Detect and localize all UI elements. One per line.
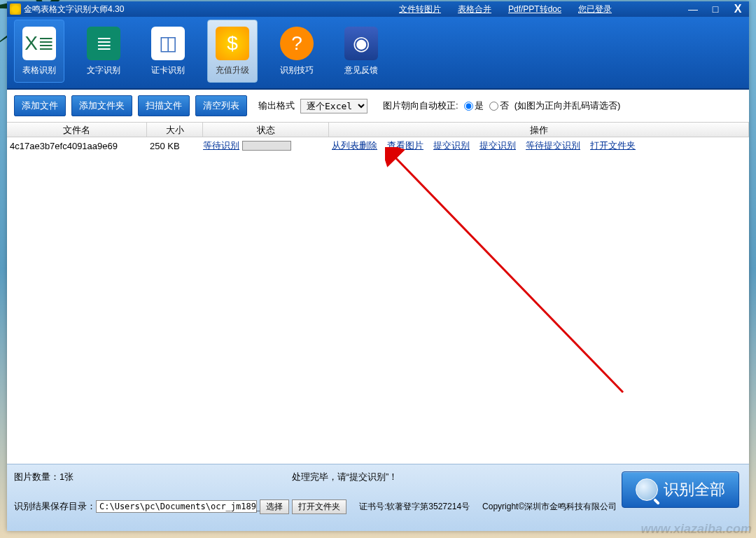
- col-size[interactable]: 大小: [147, 123, 203, 137]
- text-icon: ≣: [87, 27, 120, 60]
- minimize-button[interactable]: —: [682, 1, 704, 17]
- bottom-bar: 图片数量：1张 处理完毕，请“提交识别”！ 识别结果保存目录： C:\Users…: [7, 464, 749, 531]
- app-icon: [10, 4, 21, 15]
- output-format-label: 输出格式: [258, 99, 295, 112]
- image-count: 图片数量：1张: [14, 471, 74, 483]
- cell-filename: 4c17ae3b7efc4091aa9e69: [7, 141, 147, 151]
- col-ops[interactable]: 操作: [329, 123, 749, 137]
- link-pdf-ppt-doc[interactable]: Pdf/PPT转doc: [508, 4, 561, 15]
- close-button[interactable]: X: [727, 1, 749, 17]
- ribbon-feedback[interactable]: ◉意见反馈: [336, 20, 386, 83]
- excel-icon: X≣: [22, 27, 56, 60]
- ribbon-tips[interactable]: ?识别技巧: [272, 20, 322, 83]
- coin-icon: $: [216, 27, 249, 60]
- help-icon: ?: [280, 27, 314, 60]
- cell-size: 250 KB: [147, 141, 203, 151]
- orientation-yes-radio[interactable]: [464, 102, 473, 111]
- annotation-arrow: [385, 147, 637, 399]
- ribbon-text-ocr[interactable]: ≣文字识别: [78, 20, 129, 83]
- link-file-to-image[interactable]: 文件转图片: [399, 4, 441, 15]
- copyright: Copyright©深圳市金鸣科技有限公司: [482, 501, 617, 513]
- ribbon-card-ocr[interactable]: ◫证卡识别: [143, 20, 193, 83]
- op-submit-ocr[interactable]: 提交识别: [433, 139, 470, 152]
- idcard-icon: ◫: [151, 27, 185, 60]
- status-link[interactable]: 等待识别: [203, 139, 239, 152]
- add-folder-button[interactable]: 添加文件夹: [71, 95, 132, 116]
- output-format-select[interactable]: 逐个Excel: [300, 99, 368, 113]
- link-merge-tables[interactable]: 表格合并: [458, 4, 491, 15]
- open-folder-button[interactable]: 打开文件夹: [292, 499, 346, 514]
- cert-number: 证书号:软著登字第3527214号: [359, 501, 470, 513]
- link-logged-in[interactable]: 您已登录: [578, 4, 612, 15]
- orientation-label: 图片朝向自动校正:: [383, 99, 458, 112]
- titlebar-links: 文件转图片 表格合并 Pdf/PPT转doc 您已登录: [399, 4, 612, 15]
- qq-icon: ◉: [344, 27, 378, 60]
- add-file-button[interactable]: 添加文件: [14, 95, 66, 116]
- ribbon: X≣表格识别 ≣文字识别 ◫证卡识别 $充值升级 ?识别技巧 ◉意见反馈: [7, 17, 749, 88]
- table-header: 文件名 大小 状态 操作: [7, 122, 749, 137]
- orientation-no-radio[interactable]: [489, 102, 498, 111]
- ribbon-table-ocr[interactable]: X≣表格识别: [14, 20, 64, 83]
- clear-list-button[interactable]: 清空列表: [195, 95, 247, 116]
- op-view-image[interactable]: 查看图片: [387, 139, 424, 152]
- op-submit-ocr-2[interactable]: 提交识别: [479, 139, 516, 152]
- svg-line-0: [393, 156, 623, 392]
- file-table: 文件名 大小 状态 操作 4c17ae3b7efc4091aa9e69 250 …: [7, 122, 749, 464]
- recognize-all-button[interactable]: 识别全部: [622, 471, 739, 508]
- table-row[interactable]: 4c17ae3b7efc4091aa9e69 250 KB 等待识别 从列表删除…: [7, 137, 749, 154]
- op-wait-submit[interactable]: 等待提交识别: [526, 139, 580, 152]
- ribbon-upgrade[interactable]: $充值升级: [207, 20, 258, 83]
- done-message: 处理完毕，请“提交识别”！: [292, 471, 398, 483]
- choose-folder-button[interactable]: 选择: [260, 499, 289, 514]
- maximize-button[interactable]: □: [704, 1, 727, 17]
- op-delete[interactable]: 从列表删除: [332, 139, 377, 152]
- orientation-hint: (如图为正向并乱码请选否): [514, 99, 621, 112]
- save-dir-label: 识别结果保存目录：: [14, 500, 96, 513]
- col-filename[interactable]: 文件名: [7, 123, 147, 137]
- scan-button[interactable]: 扫描文件: [138, 95, 190, 116]
- magnifier-icon: [636, 478, 658, 501]
- progress-bar: [242, 141, 291, 151]
- app-title: 金鸣表格文字识别大师4.30: [24, 4, 124, 15]
- col-status[interactable]: 状态: [203, 123, 329, 137]
- title-bar: 金鸣表格文字识别大师4.30 文件转图片 表格合并 Pdf/PPT转doc 您已…: [7, 1, 749, 17]
- op-open-folder[interactable]: 打开文件夹: [590, 139, 636, 152]
- save-path[interactable]: C:\Users\pc\Documents\ocr_jm189_cn\: [96, 500, 257, 513]
- action-toolbar: 添加文件 添加文件夹 扫描文件 清空列表 输出格式 逐个Excel 图片朝向自动…: [7, 88, 749, 122]
